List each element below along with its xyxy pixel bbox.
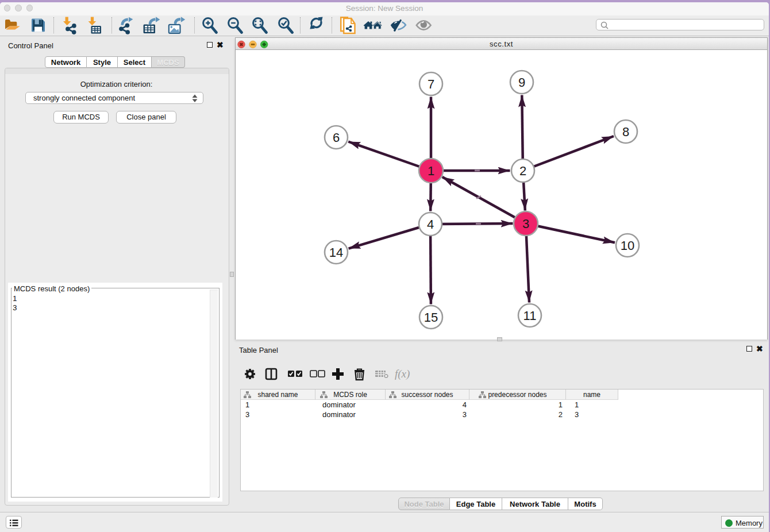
svg-text:9: 9	[518, 75, 525, 90]
svg-text:11: 11	[523, 309, 537, 323]
svg-text:15: 15	[424, 310, 438, 325]
svg-text:4: 4	[427, 217, 434, 232]
svg-text:10: 10	[621, 238, 634, 253]
svg-text:7: 7	[428, 77, 434, 91]
svg-text:f(x): f(x)	[395, 368, 410, 380]
svg-text:3: 3	[522, 217, 529, 231]
svg-text:2: 2	[519, 164, 526, 178]
svg-text:14: 14	[329, 245, 343, 260]
svg-text:1: 1	[428, 164, 434, 178]
svg-text:6: 6	[333, 130, 340, 145]
svg-text:8: 8	[622, 125, 629, 139]
